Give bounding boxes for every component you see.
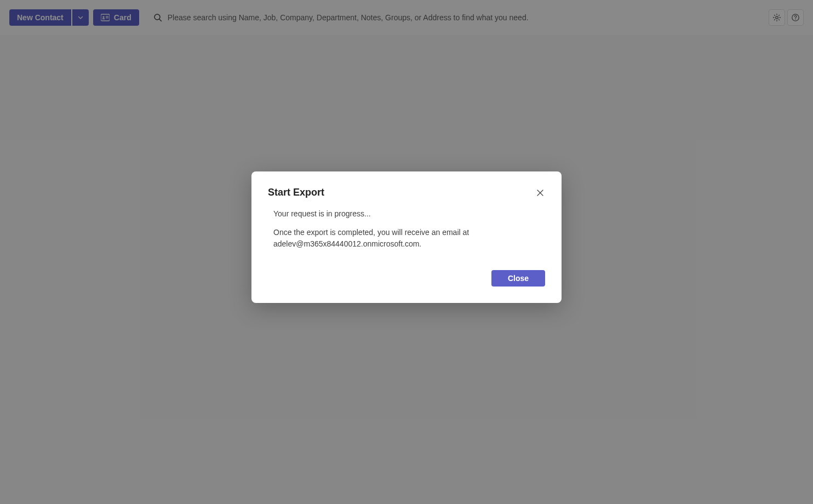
- dialog-title: Start Export: [268, 187, 324, 198]
- dialog-progress-text: Your request is in progress...: [273, 208, 545, 219]
- dialog-header: Start Export: [268, 187, 545, 198]
- close-icon: [536, 189, 544, 197]
- dialog-close-button[interactable]: [535, 188, 545, 198]
- close-button[interactable]: Close: [491, 270, 545, 287]
- close-button-label: Close: [508, 274, 529, 283]
- dialog-completion-text: Once the export is completed, you will r…: [273, 227, 545, 249]
- modal-overlay: Start Export Your request is in progress…: [0, 0, 813, 504]
- dialog-footer: Close: [268, 270, 545, 287]
- dialog-body: Your request is in progress... Once the …: [268, 208, 545, 249]
- export-dialog: Start Export Your request is in progress…: [251, 171, 562, 303]
